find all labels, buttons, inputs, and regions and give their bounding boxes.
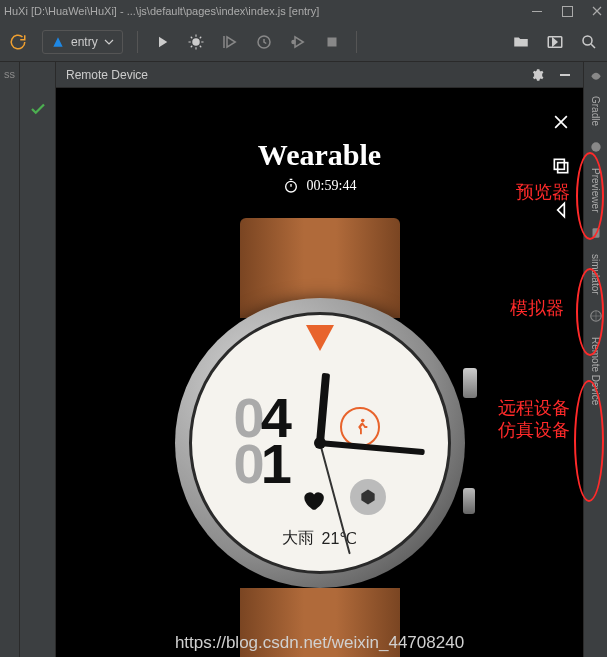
twelve-marker-icon (306, 325, 334, 351)
toolbar-separator (137, 31, 138, 53)
svg-point-2 (292, 40, 295, 43)
rail-gradle[interactable]: Gradle (590, 90, 601, 132)
settings-button[interactable] (529, 67, 545, 83)
svg-point-5 (583, 36, 592, 45)
left-strip (20, 62, 56, 657)
device-title: Wearable (56, 138, 583, 172)
sync-icon[interactable] (8, 32, 28, 52)
svg-point-12 (591, 142, 600, 151)
svg-rect-7 (554, 159, 564, 169)
svg-point-10 (360, 419, 364, 423)
main-content: ss Remote Device (0, 62, 607, 657)
svg-marker-11 (361, 490, 374, 505)
device-timer: 00:59:44 (56, 178, 583, 194)
right-tool-rail: Gradle Previewer simulator Remote Device (583, 62, 607, 657)
svg-rect-3 (327, 37, 336, 46)
stop-button[interactable] (322, 32, 342, 52)
run-config-select[interactable]: entry (42, 30, 123, 54)
coverage-button[interactable] (220, 32, 240, 52)
run-config-label: entry (71, 35, 98, 49)
date-display: 04 01 (234, 395, 288, 487)
panel-minimize-button[interactable] (557, 67, 573, 83)
maximize-button[interactable] (561, 5, 573, 17)
remote-device-panel: Remote Device Wearable (56, 62, 583, 657)
chevron-down-icon (104, 39, 114, 45)
heart-icon (300, 487, 326, 511)
watch-crown-lower (463, 488, 475, 514)
watch-crown-upper (463, 368, 477, 398)
close-button[interactable] (591, 5, 603, 17)
window-controls (531, 5, 603, 17)
toolbar-separator (356, 31, 357, 53)
huawei-icon (51, 35, 65, 49)
weather-text: 大雨 (282, 528, 314, 549)
device-nav (547, 108, 575, 224)
annotation-label-remote2: 仿真设备 (498, 420, 570, 442)
watch-device: 04 01 大雨 (175, 298, 465, 588)
search-button[interactable] (579, 32, 599, 52)
device-close-button[interactable] (547, 108, 575, 136)
running-icon (340, 407, 380, 447)
hour-hand (316, 373, 330, 443)
checkmark-icon (29, 100, 47, 122)
main-toolbar: entry (0, 22, 607, 62)
terminal-button[interactable] (545, 32, 565, 52)
watermark-text: https://blog.csdn.net/weixin_44708240 (56, 633, 583, 653)
title-bar: HuXi [D:\HuaWei\HuXi] - ...\js\default\p… (0, 0, 607, 22)
settings-complication-icon (350, 479, 386, 515)
device-overview-button[interactable] (547, 152, 575, 180)
debug-button[interactable] (186, 32, 206, 52)
panel-title: Remote Device (66, 68, 148, 82)
rail-remote-device[interactable]: Remote Device (590, 331, 601, 411)
panel-header: Remote Device (56, 62, 583, 88)
folder-button[interactable] (511, 32, 531, 52)
annotation-label-simulator: 模拟器 (510, 298, 564, 320)
gutter-label: ss (0, 68, 19, 80)
rail-previewer[interactable]: Previewer (590, 162, 601, 218)
device-viewport: Wearable 00:59:44 04 01 (56, 88, 583, 657)
minimize-button[interactable] (531, 5, 543, 17)
hand-pivot (314, 437, 326, 449)
annotation-label-previewer: 预览器 (516, 182, 570, 204)
remote-device-icon (589, 309, 603, 323)
svg-rect-13 (592, 229, 599, 238)
rail-simulator[interactable]: simulator (590, 248, 601, 301)
gradle-icon (589, 68, 603, 82)
attach-button[interactable] (288, 32, 308, 52)
svg-point-0 (192, 38, 200, 46)
date-day: 01 (234, 441, 288, 487)
annotation-label-remote1: 远程设备 (498, 398, 570, 420)
window-title: HuXi [D:\HuaWei\HuXi] - ...\js\default\p… (4, 5, 531, 17)
svg-rect-6 (560, 74, 570, 76)
watch-dial: 04 01 大雨 (189, 312, 451, 574)
run-button[interactable] (152, 32, 172, 52)
stopwatch-icon (283, 178, 299, 194)
svg-rect-8 (558, 163, 568, 173)
left-gutter: ss (0, 62, 20, 657)
timer-value: 00:59:44 (307, 178, 357, 194)
simulator-icon (589, 226, 603, 240)
profiler-button[interactable] (254, 32, 274, 52)
watch-bezel: 04 01 大雨 (175, 298, 465, 588)
temperature-value: 21℃ (322, 529, 358, 548)
previewer-icon (589, 140, 603, 154)
